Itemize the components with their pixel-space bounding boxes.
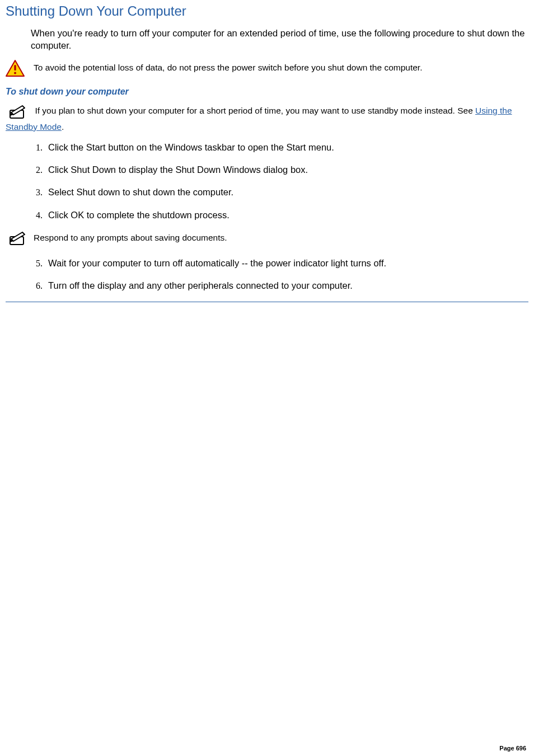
list-item: Turn off the display and any other perip…: [45, 279, 528, 292]
document-page: Shutting Down Your Computer When you're …: [0, 0, 534, 756]
page-title: Shutting Down Your Computer: [6, 3, 528, 19]
list-item: Wait for your computer to turn off autom…: [45, 257, 528, 269]
procedure-list-a: Click the Start button on the Windows ta…: [28, 141, 528, 221]
warning-callout: To avoid the potential loss of data, do …: [6, 60, 528, 77]
procedure-list-b: Wait for your computer to turn off autom…: [28, 257, 528, 292]
procedure-heading: To shut down your computer: [6, 87, 528, 97]
saving-note-text: Respond to any prompts about saving docu…: [34, 233, 227, 243]
pencil-note-icon: [6, 229, 34, 247]
svg-point-2: [14, 72, 16, 74]
list-item: Click OK to complete the shutdown proces…: [45, 209, 528, 221]
standby-note: If you plan to shut down your computer f…: [6, 102, 528, 133]
list-item: Select Shut down to shut down the comput…: [45, 186, 528, 198]
intro-paragraph: When you're ready to turn off your compu…: [31, 27, 528, 52]
section-divider: [6, 302, 528, 302]
warning-icon: [6, 60, 34, 77]
page-number: Page 696: [499, 745, 526, 752]
svg-rect-1: [14, 65, 16, 71]
standby-note-post: .: [62, 122, 64, 132]
saving-note: Respond to any prompts about saving docu…: [6, 229, 528, 247]
list-item: Click Shut Down to display the Shut Down…: [45, 163, 528, 176]
warning-text: To avoid the potential loss of data, do …: [34, 62, 422, 74]
standby-note-pre: If you plan to shut down your computer f…: [35, 106, 475, 115]
pencil-note-icon: [6, 102, 29, 120]
list-item: Click the Start button on the Windows ta…: [45, 141, 528, 153]
